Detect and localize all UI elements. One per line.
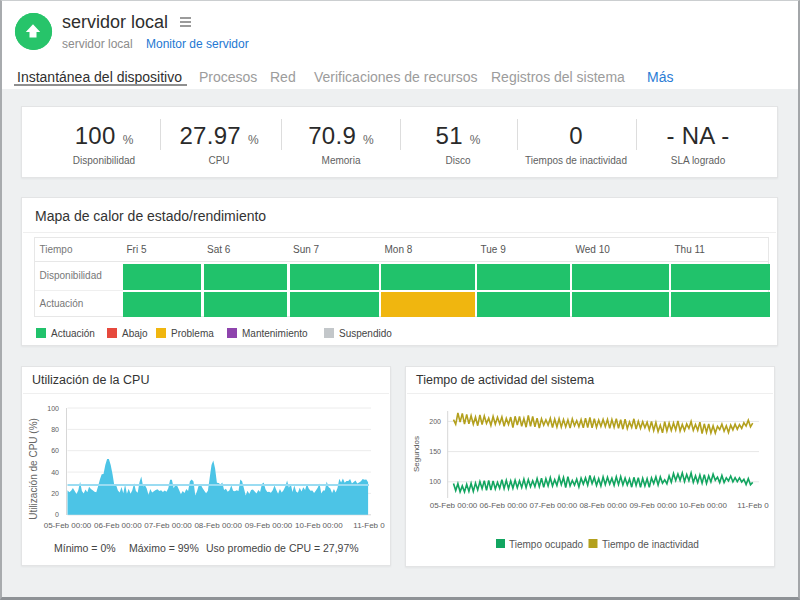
svg-text:07-Feb 00:00: 07-Feb 00:00 [144,521,192,530]
svg-text:Utilización de CPU (%): Utilización de CPU (%) [28,418,39,520]
svg-text:08-Feb 00:00: 08-Feb 00:00 [194,521,242,530]
svg-text:Tiempo ocupado: Tiempo ocupado [509,539,584,550]
svg-text:20: 20 [51,490,59,497]
svg-text:100: 100 [429,478,441,485]
svg-text:05-Feb 00:00: 05-Feb 00:00 [430,501,478,510]
svg-text:0: 0 [55,511,59,518]
svg-text:150: 150 [429,448,441,455]
svg-text:09-Feb 00:00: 09-Feb 00:00 [629,501,677,510]
svg-text:200: 200 [429,418,441,425]
svg-text:60: 60 [51,447,59,454]
svg-text:07-Feb 00:00: 07-Feb 00:00 [530,501,578,510]
svg-text:100: 100 [47,405,59,412]
svg-text:Utilización de la CPU: Utilización de la CPU [32,373,149,387]
svg-text:Segundos: Segundos [412,436,421,472]
svg-text:10-Feb 00:00: 10-Feb 00:00 [679,501,727,510]
svg-text:Uso promedio de CPU = 27,97%: Uso promedio de CPU = 27,97% [206,542,359,554]
svg-text:Máximo = 99%: Máximo = 99% [129,542,199,554]
svg-text:Mínimo = 0%: Mínimo = 0% [54,542,116,554]
svg-text:40: 40 [51,469,59,476]
svg-text:Tiempo de inactividad: Tiempo de inactividad [602,539,699,550]
svg-text:06-Feb 00:00: 06-Feb 00:00 [480,501,528,510]
svg-text:08-Feb 00:00: 08-Feb 00:00 [579,501,627,510]
svg-text:80: 80 [51,426,59,433]
svg-text:05-Feb 00:00: 05-Feb 00:00 [44,521,92,530]
svg-text:11-Feb 0: 11-Feb 0 [353,521,385,530]
svg-text:09-Feb 00:00: 09-Feb 00:00 [245,521,293,530]
svg-text:06-Feb 00:00: 06-Feb 00:00 [94,521,142,530]
svg-text:11-Feb 0: 11-Feb 0 [737,501,769,510]
svg-text:Tiempo de actividad del sistem: Tiempo de actividad del sistema [416,373,594,387]
svg-text:10-Feb 00:00: 10-Feb 00:00 [295,521,343,530]
